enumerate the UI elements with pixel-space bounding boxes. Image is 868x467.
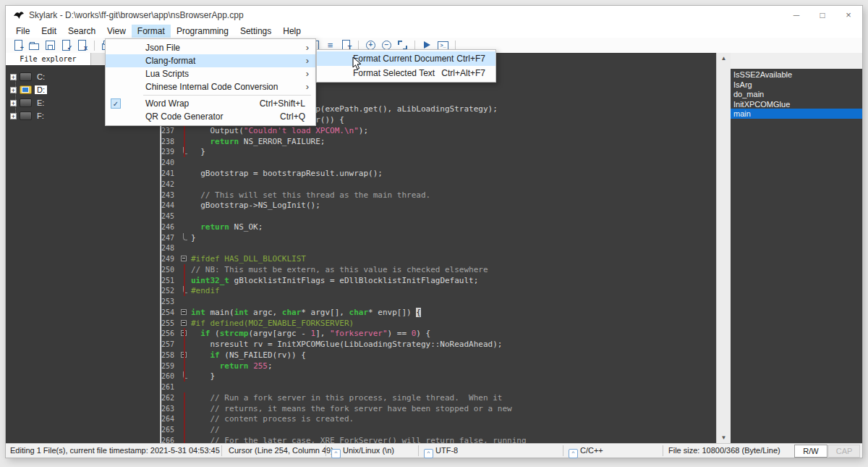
code-text: return NS_ERROR_FAILURE; (191, 136, 325, 147)
drive-label: D: (35, 85, 47, 94)
symbol-item-issse2available[interactable]: IsSSE2Available (731, 70, 862, 80)
code-line-251[interactable]: 251uint32_t gBlocklistInitFlags = eDllBl… (161, 275, 716, 286)
code-line-255[interactable]: 255#if defined(MOZ_ENABLE_FORKSERVER) (161, 318, 716, 329)
fold-marker-icon[interactable] (181, 309, 187, 315)
code-line-259[interactable]: 259 return 255; (161, 361, 716, 371)
menubar-item-format[interactable]: Format (132, 25, 171, 38)
code-text: gBootstrap = bootstrapResult.unwrap(); (191, 168, 383, 179)
code-text: if (strcmp(argv[argc - 1], "forkserver")… (191, 328, 430, 339)
code-line-266[interactable]: 266 // For the later case, XRE_ForkServe… (161, 435, 716, 443)
code-line-240[interactable]: 240 (161, 157, 716, 168)
code-line-260[interactable]: 260 } (161, 371, 716, 382)
close-icon[interactable]: × (836, 6, 861, 25)
code-line-249[interactable]: 249#ifdef HAS_DLL_BLOCKLIST (161, 253, 716, 264)
line-number: 237 (161, 125, 174, 136)
maximize-icon[interactable]: □ (810, 6, 835, 25)
code-text: // returns, it means the fork server hav… (191, 403, 512, 414)
scroll-down-icon[interactable]: ▼ (717, 432, 731, 443)
menubar-item-search[interactable]: Search (62, 25, 101, 38)
tree-item-drive-f[interactable]: +F: (10, 110, 46, 122)
code-line-238[interactable]: 238 return NS_ERROR_FAILURE; (161, 136, 716, 147)
code-text: nsresult rv = InitXPCOMGlue(LibLoadingSt… (191, 339, 502, 350)
app-logo-icon (13, 10, 25, 20)
scroll-up-icon[interactable]: ▲ (717, 53, 731, 64)
code-line-243[interactable]: 243 // This will set this thread as the … (161, 190, 716, 201)
submenu-arrow-icon: › (306, 54, 309, 67)
drive-open-icon (20, 85, 32, 94)
submenu-item-format-selected-text[interactable]: Format Selected TextCtrl+Alt+F7 (317, 66, 495, 80)
menu-item-clang-format[interactable]: Clang-format› (106, 54, 315, 67)
menubar-item-settings[interactable]: Settings (234, 25, 277, 38)
code-line-247[interactable]: 247} (161, 232, 716, 243)
code-line-264[interactable]: 264 // content process is created. (161, 413, 716, 424)
code-line-245[interactable]: 245 (161, 211, 716, 222)
code-line-253[interactable]: 253 (161, 296, 716, 307)
editor-vertical-scrollbar[interactable]: ▲ ▼ (716, 53, 731, 443)
line-number: 247 (161, 232, 174, 243)
menu-item-qr-code-generator[interactable]: QR Code GeneratorCtrl+Q (106, 110, 315, 123)
code-line-256[interactable]: 256 if (strcmp(argv[argc - 1], "forkserv… (161, 328, 716, 339)
fold-marker-icon[interactable] (181, 256, 187, 261)
close-document-icon[interactable]: x (77, 40, 88, 51)
change-marker (184, 350, 185, 361)
menubar-item-view[interactable]: View (101, 25, 132, 38)
menu-item-word-wrap[interactable]: ✓Word WrapCtrl+Shift+L (106, 97, 315, 110)
line-number: 241 (161, 168, 174, 179)
code-line-250[interactable]: 250// NB: This must be extern, as this v… (161, 264, 716, 275)
menubar-item-programming[interactable]: Programming (171, 25, 234, 38)
code-line-237[interactable]: 237 Output("Couldn't load XPCOM.\n"); (161, 125, 716, 136)
code-line-263[interactable]: 263 // returns, it means the fork server… (161, 403, 716, 414)
save-file-icon[interactable] (45, 40, 56, 51)
line-number: 250 (161, 264, 174, 275)
edit-document-icon[interactable]: ✓ (61, 40, 72, 51)
menu-shortcut: Ctrl+Shift+L (260, 97, 305, 110)
status-separator (326, 445, 326, 456)
menu-item-lua-scripts[interactable]: Lua Scripts› (106, 67, 315, 80)
line-number: 266 (161, 435, 174, 443)
menu-item-chinese-internal-code-conversion[interactable]: Chinese Internal Code Conversion› (106, 80, 315, 93)
code-line-254[interactable]: 254int main(int argc, char* argv[], char… (161, 307, 716, 318)
code-line-246[interactable]: 246 return NS_OK; (161, 222, 716, 232)
expand-icon[interactable]: + (10, 100, 17, 106)
symbol-item-do-main[interactable]: do_main (731, 89, 862, 99)
code-line-239[interactable]: 239 } (161, 146, 716, 157)
menubar-item-edit[interactable]: Edit (35, 25, 62, 38)
menu-item-json-file[interactable]: Json File› (106, 41, 315, 54)
submenu-item-format-current-document[interactable]: Format Current DocumentCtrl+F7 (317, 51, 495, 66)
caps-lock-indicator: CAP (828, 445, 860, 458)
expand-icon[interactable]: + (10, 113, 17, 119)
read-write-toggle[interactable]: R/W (794, 445, 827, 458)
fold-marker-icon[interactable] (181, 320, 187, 326)
status-eol-mode[interactable]: ^Unix/Linux (\n) (331, 444, 394, 458)
status-file-size: File size: 10800/368 (Byte/Line) (668, 444, 780, 458)
submenu-arrow-icon: › (306, 67, 309, 80)
symbol-item-isarg[interactable]: IsArg (731, 80, 862, 90)
symbol-item-initxpcomglue[interactable]: InitXPCOMGlue (731, 99, 862, 109)
change-marker (184, 435, 185, 443)
code-line-241[interactable]: 241 gBootstrap = bootstrapResult.unwrap(… (161, 168, 716, 179)
tree-item-drive-d[interactable]: +D: (10, 84, 47, 96)
code-line-248[interactable]: 248 (161, 243, 716, 253)
code-line-262[interactable]: 262 // Run a fork server in this process… (161, 392, 716, 403)
tree-item-drive-c[interactable]: +C: (10, 71, 47, 83)
new-file-icon[interactable]: + (13, 40, 24, 51)
status-encoding[interactable]: ^UTF-8 (424, 444, 458, 458)
code-line-257[interactable]: 257 nsresult rv = InitXPCOMGlue(LibLoadi… (161, 339, 716, 350)
menu-item-label: Clang-format (145, 54, 195, 67)
tree-item-drive-e[interactable]: +E: (10, 97, 46, 109)
expand-icon[interactable]: + (10, 87, 17, 93)
open-folder-icon[interactable] (29, 40, 40, 51)
code-line-261[interactable]: 261 (161, 382, 716, 392)
minimize-icon[interactable]: ─ (784, 6, 809, 25)
code-line-244[interactable]: 244 gBootstrap->NS_LogInit(); (161, 200, 716, 211)
tab-file-explorer[interactable]: File explorer (6, 53, 91, 65)
code-line-265[interactable]: 265 // (161, 424, 716, 435)
code-line-252[interactable]: 252#endif (161, 285, 716, 296)
code-line-242[interactable]: 242 (161, 179, 716, 190)
symbol-item-main[interactable]: main (731, 109, 862, 119)
menubar-item-file[interactable]: File (10, 25, 35, 38)
status-language[interactable]: ^C/C++ (569, 444, 603, 458)
expand-icon[interactable]: + (10, 74, 17, 80)
code-line-258[interactable]: 258 if (NS_FAILED(rv)) { (161, 350, 716, 361)
menubar-item-help[interactable]: Help (277, 25, 307, 38)
